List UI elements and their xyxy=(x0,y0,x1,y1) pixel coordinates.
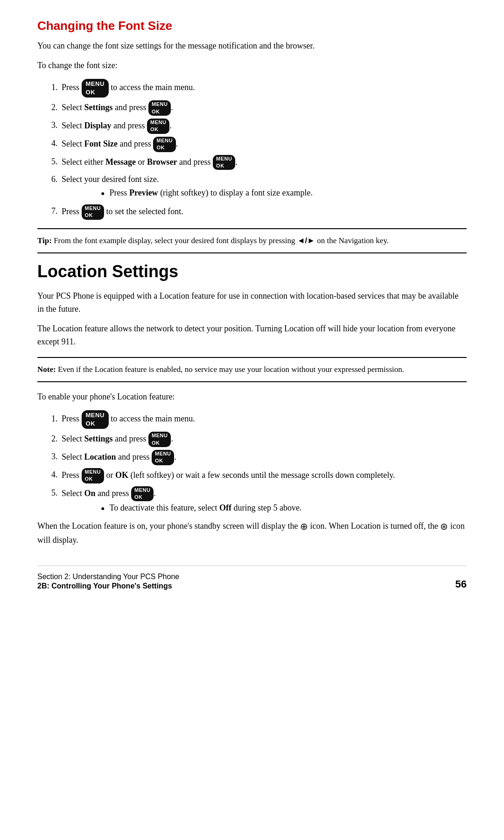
location-off-icon: ⊛ xyxy=(440,521,448,532)
footer-subsection: 2B: Controlling Your Phone's Settings xyxy=(37,582,179,590)
step-6-bullets: Press Preview (right softkey) to display… xyxy=(99,186,467,200)
to-change-label: To change the font size: xyxy=(37,59,467,72)
loc-step-1: Press MENUOK to access the main menu. xyxy=(60,410,467,429)
changing-font-size-section: Changing the Font Size You can change th… xyxy=(37,19,467,253)
location-settings-section: Location Settings Your PCS Phone is equi… xyxy=(37,262,467,547)
menu-ok-btn-4: MENUOK xyxy=(153,137,175,152)
step-2: Select Settings and press MENUOK. xyxy=(60,100,467,116)
loc-menu-ok-btn-4: MENUOK xyxy=(82,468,104,483)
menu-ok-btn-1: MENUOK xyxy=(82,79,109,98)
step-4: Select Font Size and press MENUOK. xyxy=(60,137,467,152)
step-5: Select either Message or Browser and pre… xyxy=(60,155,467,170)
menu-ok-btn-3: MENUOK xyxy=(147,119,169,134)
step-7: Press MENUOK to set the selected font. xyxy=(60,204,467,220)
intro-paragraph: You can change the font size settings fo… xyxy=(37,40,467,53)
location-on-icon: ⊕ xyxy=(300,521,308,532)
loc-menu-ok-btn-3: MENUOK xyxy=(152,450,174,465)
footer-page-number: 56 xyxy=(455,578,467,590)
to-enable-label: To enable your phone's Location feature: xyxy=(37,391,467,404)
menu-ok-btn-5: MENUOK xyxy=(213,155,235,170)
loc-step-4: Press MENUOK or OK (left softkey) or wai… xyxy=(60,468,467,483)
location-para-2: The Location feature allows the network … xyxy=(37,322,467,349)
font-size-steps: Press MENUOK to access the main menu. Se… xyxy=(60,79,467,220)
footer-left: Section 2: Understanding Your PCS Phone … xyxy=(37,573,179,590)
step-6: Select your desired font size. Press Pre… xyxy=(60,173,467,200)
location-para-1: Your PCS Phone is equipped with a Locati… xyxy=(37,290,467,316)
loc-step-3: Select Location and press MENUOK. xyxy=(60,450,467,465)
step-1: Press MENUOK to access the main menu. xyxy=(60,79,467,98)
location-steps: Press MENUOK to access the main menu. Se… xyxy=(60,410,467,515)
loc-step-5-bullet-1: To deactivate this feature, select Off d… xyxy=(99,501,467,515)
note-box: Note: Even if the Location feature is en… xyxy=(37,357,467,382)
location-para-3: When the Location feature is on, your ph… xyxy=(37,519,467,547)
loc-step-5: Select On and press MENUOK. To deactivat… xyxy=(60,486,467,515)
location-settings-title: Location Settings xyxy=(37,262,467,281)
menu-ok-btn-7: MENUOK xyxy=(82,204,104,220)
footer-section: Section 2: Understanding Your PCS Phone xyxy=(37,573,179,581)
step-3: Select Display and press MENUOK. xyxy=(60,119,467,134)
footer: Section 2: Understanding Your PCS Phone … xyxy=(37,566,467,590)
loc-step-2: Select Settings and press MENUOK. xyxy=(60,432,467,447)
loc-step-5-bullets: To deactivate this feature, select Off d… xyxy=(99,501,467,515)
step-6-bullet-1: Press Preview (right softkey) to display… xyxy=(99,186,467,200)
loc-menu-ok-btn-2: MENUOK xyxy=(148,432,171,447)
section-title: Changing the Font Size xyxy=(37,19,467,33)
nav-arrows: ◄/► xyxy=(297,236,315,245)
menu-ok-btn-2: MENUOK xyxy=(148,100,171,116)
tip-box: Tip: From the font example display, sele… xyxy=(37,228,467,253)
loc-menu-ok-btn-1: MENUOK xyxy=(82,410,109,429)
loc-menu-ok-btn-5: MENUOK xyxy=(131,486,154,502)
